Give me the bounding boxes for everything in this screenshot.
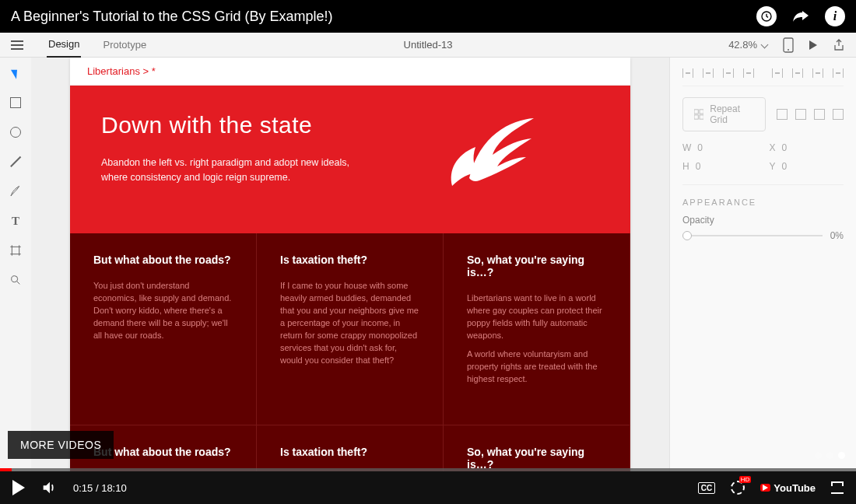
zoom-tool-icon[interactable]	[8, 272, 23, 288]
youtube-logo[interactable]: YouTube	[760, 482, 816, 494]
svg-rect-7	[694, 115, 698, 119]
tab-prototype[interactable]: Prototype	[101, 33, 148, 57]
canvas[interactable]: Libertarians > * Down with the state Aba…	[31, 58, 669, 471]
distribute-v-icon[interactable]	[743, 68, 754, 78]
card-body: If I came to your house with some heavil…	[280, 280, 419, 367]
line-tool-icon[interactable]	[8, 154, 23, 170]
card: Is taxation theft?If I came to your hous…	[257, 425, 444, 471]
device-preview-icon[interactable]	[783, 37, 794, 53]
chevron-down-icon	[761, 41, 769, 49]
select-tool-icon[interactable]	[8, 65, 23, 81]
more-videos-button[interactable]: MORE VIDEOS	[8, 431, 114, 459]
appearance-header: APPEARANCE	[682, 198, 844, 207]
repeat-grid-label: Repeat Grid	[710, 103, 754, 125]
align-hcenter-icon[interactable]	[792, 68, 803, 78]
eagle-logo-icon	[375, 112, 599, 198]
svg-point-2	[788, 49, 789, 51]
card-title: So, what you're saying is…?	[467, 446, 606, 471]
align-top-icon[interactable]	[682, 68, 693, 78]
repeat-grid-button[interactable]: Repeat Grid	[682, 97, 766, 131]
video-time: 0:15 / 18:10	[73, 482, 127, 494]
bool-add-icon[interactable]	[777, 109, 788, 120]
repeat-grid-icon	[694, 109, 703, 120]
align-left-icon[interactable]	[772, 68, 783, 78]
card-body: A world where voluntaryism and property …	[467, 348, 606, 386]
y-field[interactable]: Y0	[770, 161, 844, 172]
zoom-control[interactable]: 42.8%	[728, 39, 767, 51]
video-title[interactable]: A Beginner's Tutorial to the CSS Grid (B…	[11, 9, 333, 25]
play-button[interactable]	[12, 480, 25, 495]
distribute-h-icon[interactable]	[833, 68, 844, 78]
card-body: You just don't understand economics, lik…	[93, 280, 233, 342]
card-body: Libertarians want to live in a world whe…	[467, 292, 606, 342]
card-title: But what about the roads?	[93, 254, 233, 266]
hero-subtitle: Abandon the left vs. right paradigm and …	[101, 156, 358, 185]
align-bottom-icon[interactable]	[723, 68, 734, 78]
captions-button[interactable]: CC	[698, 482, 715, 494]
align-vcenter-icon[interactable]	[703, 68, 714, 78]
card: So, what you're saying is…?Libertarians …	[444, 233, 630, 425]
svg-rect-8	[700, 115, 703, 119]
x-field[interactable]: X0	[770, 142, 844, 153]
opacity-label: Opacity	[682, 215, 844, 226]
rectangle-tool-icon[interactable]	[8, 95, 23, 110]
align-right-icon[interactable]	[812, 68, 823, 78]
share-icon[interactable]	[791, 8, 811, 26]
breadcrumb: Libertarians > *	[70, 58, 630, 86]
fullscreen-icon[interactable]	[831, 481, 844, 494]
zoom-value: 42.8%	[728, 39, 757, 51]
preview-play-icon[interactable]	[809, 40, 817, 50]
svg-point-4	[12, 276, 18, 282]
page-title: Down with the state	[101, 112, 375, 138]
settings-gear-icon[interactable]: HD	[731, 481, 745, 495]
document-title: Untitled-13	[404, 39, 453, 51]
tab-design[interactable]: Design	[47, 33, 81, 58]
artboard-tool-icon[interactable]	[8, 243, 23, 258]
card-title: Is taxation theft?	[280, 446, 419, 458]
opacity-slider[interactable]	[682, 235, 823, 236]
card: Is taxation theft?If I came to your hous…	[257, 233, 444, 425]
info-icon[interactable]: i	[825, 6, 845, 26]
card-title: Is taxation theft?	[280, 254, 419, 266]
ellipse-tool-icon[interactable]	[8, 124, 23, 140]
watch-later-icon[interactable]	[756, 6, 777, 26]
svg-rect-6	[700, 110, 703, 114]
hamburger-icon[interactable]	[11, 40, 23, 50]
svg-rect-3	[12, 247, 19, 254]
share-export-icon[interactable]	[833, 39, 845, 51]
bool-intersect-icon[interactable]	[814, 109, 825, 120]
artboard[interactable]: Libertarians > * Down with the state Aba…	[70, 58, 630, 471]
card: So, what you're saying is…?Libertarians …	[444, 425, 630, 471]
card-title: So, what you're saying is…?	[467, 254, 606, 278]
carousel-dots[interactable]	[815, 452, 845, 459]
pen-tool-icon[interactable]	[8, 184, 23, 199]
text-tool-icon[interactable]: T	[8, 213, 23, 229]
width-field[interactable]: W0	[682, 142, 757, 153]
opacity-value: 0%	[830, 230, 844, 241]
card: But what about the roads?You just don't …	[70, 233, 257, 425]
svg-rect-5	[694, 110, 698, 114]
bool-subtract-icon[interactable]	[795, 109, 806, 120]
card-title: But what about the roads?	[93, 446, 233, 458]
height-field[interactable]: H0	[682, 161, 757, 172]
bool-exclude-icon[interactable]	[833, 109, 844, 120]
volume-icon[interactable]	[40, 479, 58, 496]
svg-point-9	[468, 156, 473, 161]
